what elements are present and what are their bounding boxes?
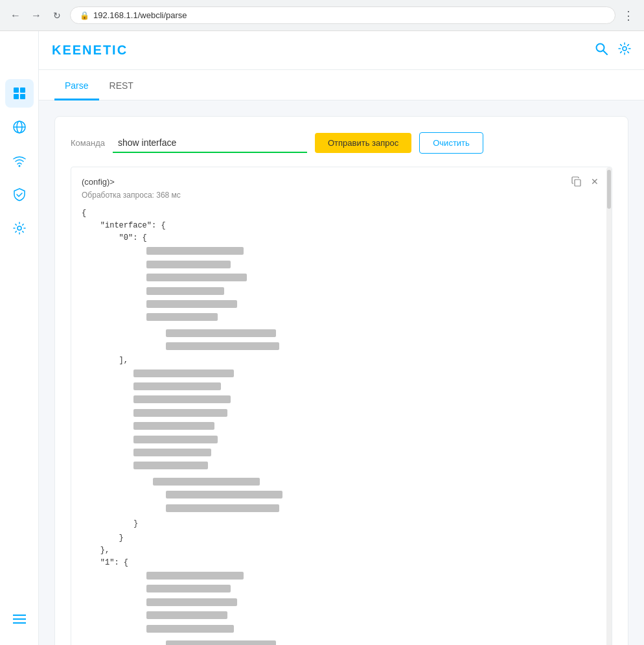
json-line: ], <box>82 355 601 367</box>
sidebar-item-internet[interactable] <box>5 113 34 141</box>
response-timing: Обработка запроса: 368 мс <box>82 191 601 200</box>
svg-rect-1 <box>20 88 25 93</box>
reload-button[interactable]: ↻ <box>49 8 65 23</box>
command-input[interactable] <box>113 134 307 153</box>
sidebar-item-settings[interactable] <box>5 214 34 242</box>
sidebar <box>0 31 39 645</box>
response-area: (config)> ✕ Обработка запроса: 368 мс <box>71 167 612 645</box>
svg-rect-3 <box>20 94 25 99</box>
command-label: Команда <box>71 138 105 148</box>
browser-chrome: ← → ↻ 🔒 192.168.1.1/webcli/parse ⋮ <box>0 0 644 31</box>
svg-point-14 <box>623 47 627 51</box>
clear-button[interactable]: Очистить <box>419 132 483 154</box>
json-line: "1": { <box>82 557 601 569</box>
scrollbar-thumb[interactable] <box>607 170 611 209</box>
response-prompt: (config)> <box>82 177 115 187</box>
response-header: (config)> ✕ <box>82 175 601 188</box>
sidebar-item-security[interactable] <box>5 180 34 209</box>
scrollbar[interactable] <box>606 167 612 645</box>
svg-point-7 <box>18 165 20 167</box>
address-bar[interactable]: 🔒 192.168.1.1/webcli/parse <box>70 6 615 24</box>
send-button[interactable]: Отправить запрос <box>315 133 411 153</box>
close-button[interactable]: ✕ <box>588 175 601 188</box>
json-line: "interface": { <box>82 220 601 232</box>
redacted-block: } <box>133 367 601 531</box>
copy-button[interactable] <box>570 175 583 188</box>
back-button[interactable]: ← <box>8 8 23 23</box>
app-logo: KEENETIC <box>52 43 128 58</box>
url-text: 192.168.1.1/webcli/parse <box>93 10 187 20</box>
sidebar-hamburger-button[interactable] <box>5 605 34 633</box>
command-row: Команда Отправить запрос Очистить <box>71 132 612 154</box>
response-actions: ✕ <box>570 175 601 188</box>
tab-parse[interactable]: Parse <box>54 70 99 100</box>
json-line: }, <box>82 545 601 557</box>
sidebar-logo <box>0 39 39 70</box>
svg-rect-2 <box>14 94 19 99</box>
top-bar-actions <box>595 42 631 58</box>
settings-icon[interactable] <box>618 42 631 58</box>
json-line: "0": { <box>82 232 601 244</box>
redacted-block <box>146 569 601 645</box>
top-bar: KEENETIC <box>39 31 644 70</box>
svg-line-13 <box>603 51 607 54</box>
forward-button[interactable]: → <box>29 8 44 23</box>
json-line: { <box>82 207 601 220</box>
tab-rest[interactable]: REST <box>99 70 144 100</box>
main-content: KEENETIC Parse <box>39 31 644 645</box>
svg-point-8 <box>17 226 21 230</box>
json-line: } <box>82 532 601 545</box>
content-panel: Команда Отправить запрос Очистить (confi… <box>39 100 644 645</box>
svg-rect-15 <box>575 180 581 186</box>
tabs: Parse REST <box>39 70 644 100</box>
lock-icon: 🔒 <box>80 11 89 20</box>
panel-card: Команда Отправить запрос Очистить (confi… <box>54 116 628 645</box>
browser-menu-button[interactable]: ⋮ <box>621 8 636 23</box>
search-icon[interactable] <box>595 42 608 58</box>
content-header: Parse REST <box>39 70 644 100</box>
sidebar-bottom <box>5 604 34 645</box>
sidebar-item-wifi[interactable] <box>5 147 34 175</box>
app-container: KEENETIC Parse <box>0 31 644 645</box>
sidebar-item-dashboard[interactable] <box>5 79 34 108</box>
svg-rect-0 <box>14 88 19 93</box>
json-output: { "interface": { "0": { <box>82 207 601 645</box>
redacted-block <box>146 245 601 353</box>
